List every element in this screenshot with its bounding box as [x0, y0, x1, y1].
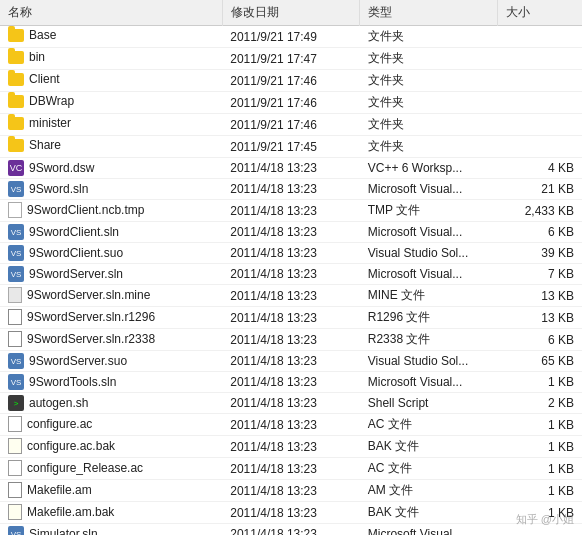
table-row[interactable]: Share2011/9/21 17:45文件夹: [0, 136, 582, 158]
file-type: R2338 文件: [360, 329, 498, 351]
file-date: 2011/9/21 17:46: [222, 70, 360, 92]
file-size: [497, 70, 582, 92]
table-row[interactable]: configure.ac2011/4/18 13:23AC 文件1 KB: [0, 414, 582, 436]
file-name: autogen.sh: [29, 396, 88, 410]
file-name: 9SwordClient.ncb.tmp: [27, 203, 144, 217]
file-date: 2011/4/18 13:23: [222, 372, 360, 393]
vcpp-icon: VC: [8, 160, 24, 176]
folder-icon: [8, 29, 24, 42]
table-row[interactable]: VS9SwordClient.sln2011/4/18 13:23Microso…: [0, 222, 582, 243]
file-size: 65 KB: [497, 351, 582, 372]
table-row[interactable]: 9SwordServer.sln.r12962011/4/18 13:23R12…: [0, 307, 582, 329]
file-type: Microsoft Visual...: [360, 372, 498, 393]
table-row[interactable]: Client2011/9/21 17:46文件夹: [0, 70, 582, 92]
file-size: 6 KB: [497, 329, 582, 351]
file-name: bin: [29, 50, 45, 64]
bak-icon: [8, 438, 22, 454]
table-row[interactable]: 9SwordServer.sln.mine2011/4/18 13:23MINE…: [0, 285, 582, 307]
table-row[interactable]: Makefile.am.bak2011/4/18 13:23BAK 文件1 KB: [0, 502, 582, 524]
ac-icon: [8, 416, 22, 432]
watermark: 知乎 @小姐: [516, 512, 574, 527]
file-date: 2011/4/18 13:23: [222, 393, 360, 414]
file-name: 9SwordClient.suo: [29, 246, 123, 260]
file-name: configure_Release.ac: [27, 461, 143, 475]
table-row[interactable]: DBWrap2011/9/21 17:46文件夹: [0, 92, 582, 114]
file-name: Simulator.sln: [29, 527, 98, 535]
file-date: 2011/4/18 13:23: [222, 222, 360, 243]
file-name: 9Sword.sln: [29, 182, 88, 196]
table-row[interactable]: 9SwordServer.sln.r23382011/4/18 13:23R23…: [0, 329, 582, 351]
file-type: 文件夹: [360, 26, 498, 48]
file-size: 2 KB: [497, 393, 582, 414]
file-name: 9SwordServer.sln.r2338: [27, 332, 155, 346]
file-date: 2011/4/18 13:23: [222, 243, 360, 264]
ac-icon: [8, 460, 22, 476]
file-name: configure.ac.bak: [27, 439, 115, 453]
table-row[interactable]: VS9SwordServer.suo2011/4/18 13:23Visual …: [0, 351, 582, 372]
file-date: 2011/4/18 13:23: [222, 285, 360, 307]
table-row[interactable]: VC9Sword.dsw2011/4/18 13:23VC++ 6 Worksp…: [0, 158, 582, 179]
file-name: 9Sword.dsw: [29, 161, 94, 175]
file-size: 39 KB: [497, 243, 582, 264]
vs-icon: VS: [8, 353, 24, 369]
file-type: AC 文件: [360, 458, 498, 480]
file-name: 9SwordServer.sln.mine: [27, 288, 150, 302]
r1296-icon: [8, 309, 22, 325]
table-row[interactable]: configure_Release.ac2011/4/18 13:23AC 文件…: [0, 458, 582, 480]
file-type: MINE 文件: [360, 285, 498, 307]
file-type: BAK 文件: [360, 502, 498, 524]
file-type: VC++ 6 Worksp...: [360, 158, 498, 179]
file-type: AM 文件: [360, 480, 498, 502]
file-name: DBWrap: [29, 94, 74, 108]
r2338-icon: [8, 331, 22, 347]
file-date: 2011/4/18 13:23: [222, 179, 360, 200]
col-header-date[interactable]: 修改日期: [222, 0, 360, 26]
file-name: Makefile.am: [27, 483, 92, 497]
col-header-size[interactable]: 大小: [497, 0, 582, 26]
file-type: Microsoft Visual...: [360, 179, 498, 200]
table-row[interactable]: configure.ac.bak2011/4/18 13:23BAK 文件1 K…: [0, 436, 582, 458]
table-row[interactable]: Base2011/9/21 17:49文件夹: [0, 26, 582, 48]
file-date: 2011/4/18 13:23: [222, 414, 360, 436]
file-type: TMP 文件: [360, 200, 498, 222]
table-row[interactable]: >autogen.sh2011/4/18 13:23Shell Script2 …: [0, 393, 582, 414]
file-date: 2011/4/18 13:23: [222, 200, 360, 222]
file-date: 2011/4/18 13:23: [222, 264, 360, 285]
table-row[interactable]: Makefile.am2011/4/18 13:23AM 文件1 KB: [0, 480, 582, 502]
file-size: [497, 136, 582, 158]
file-name: Share: [29, 138, 61, 152]
file-date: 2011/9/21 17:49: [222, 26, 360, 48]
folder-icon: [8, 139, 24, 152]
file-type: 文件夹: [360, 48, 498, 70]
table-row[interactable]: 9SwordClient.ncb.tmp2011/4/18 13:23TMP 文…: [0, 200, 582, 222]
table-row[interactable]: VS9Sword.sln2011/4/18 13:23Microsoft Vis…: [0, 179, 582, 200]
shell-icon: >: [8, 395, 24, 411]
file-type: BAK 文件: [360, 436, 498, 458]
vs-icon: VS: [8, 245, 24, 261]
file-size: 6 KB: [497, 222, 582, 243]
file-date: 2011/9/21 17:45: [222, 136, 360, 158]
table-row[interactable]: bin2011/9/21 17:47文件夹: [0, 48, 582, 70]
col-header-type[interactable]: 类型: [360, 0, 498, 26]
table-row[interactable]: VS9SwordServer.sln2011/4/18 13:23Microso…: [0, 264, 582, 285]
vs-icon: VS: [8, 526, 24, 535]
file-size: 7 KB: [497, 264, 582, 285]
table-row[interactable]: VSSimulator.sln2011/4/18 13:23Microsoft …: [0, 524, 582, 536]
table-row[interactable]: VS9SwordClient.suo2011/4/18 13:23Visual …: [0, 243, 582, 264]
col-header-name[interactable]: 名称: [0, 0, 222, 26]
table-row[interactable]: VS9SwordTools.sln2011/4/18 13:23Microsof…: [0, 372, 582, 393]
file-name: 9SwordServer.suo: [29, 354, 127, 368]
vs-icon: VS: [8, 374, 24, 390]
file-size: [497, 92, 582, 114]
file-size: 1 KB: [497, 436, 582, 458]
file-name: Makefile.am.bak: [27, 505, 114, 519]
file-date: 2011/4/18 13:23: [222, 158, 360, 179]
file-date: 2011/4/18 13:23: [222, 436, 360, 458]
folder-icon: [8, 117, 24, 130]
file-size: [497, 114, 582, 136]
vs-icon: VS: [8, 266, 24, 282]
table-row[interactable]: minister2011/9/21 17:46文件夹: [0, 114, 582, 136]
file-date: 2011/4/18 13:23: [222, 307, 360, 329]
file-type: 文件夹: [360, 92, 498, 114]
file-date: 2011/9/21 17:46: [222, 92, 360, 114]
